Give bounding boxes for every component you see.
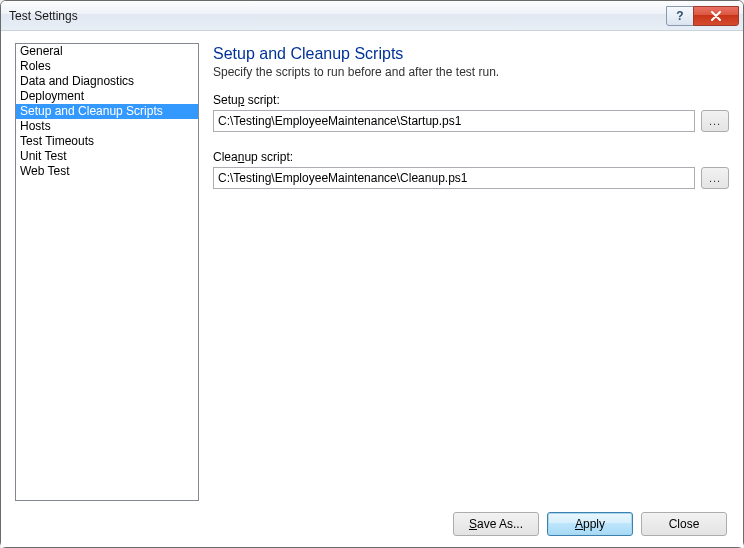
sidebar-item-deployment[interactable]: Deployment (16, 89, 198, 104)
sidebar-item-unit-test[interactable]: Unit Test (16, 149, 198, 164)
setup-script-label: Setup script: (213, 93, 729, 107)
test-settings-window: Test Settings ? General Roles Data and D… (0, 0, 744, 548)
window-controls: ? (667, 6, 739, 26)
sidebar-item-general[interactable]: General (16, 44, 198, 59)
page-title: Setup and Cleanup Scripts (213, 45, 729, 63)
main-panel: Setup and Cleanup Scripts Specify the sc… (213, 43, 729, 501)
setup-script-row: ... (213, 110, 729, 132)
dialog-footer: Save As... Apply Close (1, 501, 743, 547)
apply-button[interactable]: Apply (547, 512, 633, 536)
save-as-button[interactable]: Save As... (453, 512, 539, 536)
cleanup-script-browse-button[interactable]: ... (701, 167, 729, 189)
sidebar-item-setup-and-cleanup-scripts[interactable]: Setup and Cleanup Scripts (16, 104, 198, 119)
sidebar-item-hosts[interactable]: Hosts (16, 119, 198, 134)
client-area: General Roles Data and Diagnostics Deplo… (1, 31, 743, 547)
close-button[interactable]: Close (641, 512, 727, 536)
window-title: Test Settings (9, 9, 667, 23)
help-button[interactable]: ? (666, 6, 694, 26)
close-icon (710, 11, 722, 21)
title-bar: Test Settings ? (1, 1, 743, 31)
close-window-button[interactable] (693, 6, 739, 26)
category-list[interactable]: General Roles Data and Diagnostics Deplo… (15, 43, 199, 501)
dialog-body: General Roles Data and Diagnostics Deplo… (1, 31, 743, 501)
cleanup-script-label: Cleanup script: (213, 150, 729, 164)
cleanup-script-input[interactable] (213, 167, 695, 189)
help-icon: ? (676, 9, 683, 23)
sidebar-item-data-and-diagnostics[interactable]: Data and Diagnostics (16, 74, 198, 89)
setup-script-browse-button[interactable]: ... (701, 110, 729, 132)
cleanup-script-row: ... (213, 167, 729, 189)
sidebar-item-web-test[interactable]: Web Test (16, 164, 198, 179)
setup-script-input[interactable] (213, 110, 695, 132)
sidebar-item-test-timeouts[interactable]: Test Timeouts (16, 134, 198, 149)
page-subtitle: Specify the scripts to run before and af… (213, 65, 729, 79)
sidebar-item-roles[interactable]: Roles (16, 59, 198, 74)
